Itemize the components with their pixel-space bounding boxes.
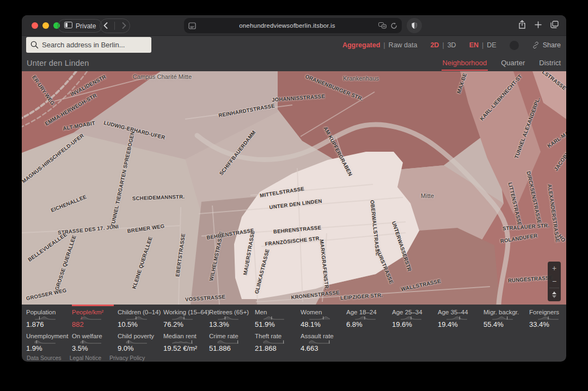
footer-link-privacy-policy[interactable]: Privacy Policy (109, 355, 145, 361)
stat-cell-age-35-44[interactable]: Age 35–4419.4% (438, 305, 480, 328)
tab-overview-icon[interactable] (550, 21, 559, 30)
tab-quarter[interactable]: Quarter (501, 54, 525, 71)
stat-label: Theft rate (255, 333, 297, 340)
translate-icon[interactable] (378, 22, 387, 29)
stat-label: Age 18–24 (346, 309, 388, 316)
share-label: Share (543, 41, 561, 49)
language-toggle: EN | DE (469, 41, 497, 49)
browser-window: Private onehundredviewsofberlin.itsbor.i… (22, 15, 566, 362)
map-street-label: WALLSTRASSE (400, 278, 441, 292)
nav-buttons (100, 18, 130, 33)
back-button[interactable] (103, 21, 108, 31)
stat-cell-theft-rate[interactable]: Theft rate21.868 (255, 328, 297, 352)
tab-district[interactable]: District (539, 54, 561, 71)
stat-sparkline (118, 316, 156, 320)
footer-link-legal-notice[interactable]: Legal Notice (70, 355, 101, 361)
stat-cell-median-rent[interactable]: Median rent19.52 €/m² (163, 328, 205, 352)
stat-cell-retirees-65[interactable]: Retirees (65+)13.3% (209, 305, 251, 328)
stat-label: People/km² (72, 309, 114, 316)
stat-cell-migr-backgr[interactable]: Migr. backgr.55.4% (483, 305, 525, 328)
stat-label: Migr. backgr. (483, 309, 525, 316)
2d-option[interactable]: 2D (430, 41, 439, 49)
level-tabs: Neighborhood Quarter District (443, 54, 561, 71)
tab-neighborhood[interactable]: Neighborhood (443, 54, 487, 71)
url-bar[interactable]: onehundredviewsofberlin.itsbor.is (184, 18, 402, 33)
map-street-label: BEHRENSTRASSE (206, 227, 255, 241)
map-street-label: STRALAUER STR. (503, 222, 550, 232)
link-icon (532, 41, 540, 49)
browser-titlebar: Private onehundredviewsofberlin.itsbor.i… (22, 15, 566, 36)
map-street-label: REINHARDTSTRASSE (218, 102, 275, 118)
zoom-out-button[interactable]: − (548, 275, 561, 288)
stat-value: 48.1% (301, 320, 342, 328)
english-option[interactable]: EN (469, 41, 479, 49)
map-street-label: BEHRENSTRASSE (273, 225, 322, 235)
stat-label: Crime rate (209, 333, 251, 340)
map-street-label: MITTELSTRASSE (259, 185, 304, 198)
stat-value: 3.5% (72, 344, 114, 352)
zoom-in-button[interactable]: + (548, 262, 561, 275)
map-street-label: FRANZÖSISCHE STR. (265, 235, 321, 247)
stat-label: Children (0–14) (118, 309, 160, 316)
url-text: onehundredviewsofberlin.itsbor.is (196, 22, 378, 29)
raw-data-option[interactable]: Raw data (389, 41, 418, 49)
stat-cell-children-0-14[interactable]: Children (0–14)10.5% (118, 305, 160, 328)
german-option[interactable]: DE (487, 41, 496, 49)
stat-cell-women[interactable]: Women48.1% (301, 305, 342, 328)
stat-sparkline (255, 316, 293, 320)
circle-toggle-button[interactable] (510, 41, 519, 50)
aggregated-option[interactable]: Aggregated (342, 41, 380, 49)
stat-value: 882 (72, 320, 114, 328)
map-street-label: OBERWALLSTRASSE (369, 200, 381, 256)
stat-sparkline (301, 316, 339, 320)
stats-row-social: Unemployment1.9%On welfare3.5%Child pove… (22, 328, 566, 352)
minimize-window-button[interactable] (42, 22, 49, 29)
share-page-icon[interactable] (518, 20, 526, 31)
search-field[interactable] (26, 37, 151, 53)
stat-cell-crime-rate[interactable]: Crime rate51.886 (209, 328, 251, 352)
sidebar-icon (64, 22, 72, 30)
toggle-separator: | (482, 41, 483, 49)
stat-cell-men[interactable]: Men51.9% (255, 305, 297, 328)
stat-cell-assault-rate[interactable]: Assault rate4.663 (301, 328, 342, 352)
share-button[interactable]: Share (532, 41, 561, 49)
map-street-label: ALEXANDERSTRASSE (547, 184, 561, 243)
reader-icon[interactable] (188, 22, 196, 29)
close-window-button[interactable] (32, 22, 38, 29)
map-street-label: LSTRASSE (541, 71, 566, 91)
stat-label: Age 25–34 (392, 309, 434, 316)
stat-cell-age-18-24[interactable]: Age 18–246.8% (346, 305, 388, 328)
stat-cell-age-25-34[interactable]: Age 25–3419.6% (392, 305, 434, 328)
map-canvas[interactable]: Campus Charité MitteKrankenhausMitteINVA… (22, 71, 566, 305)
stat-label: Retirees (65+) (209, 309, 251, 316)
stat-cell-child-poverty[interactable]: Child poverty9.0% (118, 328, 160, 352)
map-street-label: LITTENSTRASSE (507, 182, 523, 226)
stat-value: 33.4% (529, 320, 566, 328)
stat-value: 51.9% (255, 320, 297, 328)
new-tab-icon[interactable] (535, 21, 542, 30)
private-badge[interactable]: Private (58, 19, 102, 33)
map-street-label: MARKGRAFENSTR. (319, 239, 330, 290)
search-input[interactable] (26, 37, 151, 53)
map-street-label: VOSSSTRASSE (185, 294, 226, 302)
stat-cell-on-welfare[interactable]: On welfare3.5% (72, 328, 114, 352)
stat-cell-foreigners[interactable]: Foreigners33.4% (529, 305, 566, 328)
stat-cell-unemployment[interactable]: Unemployment1.9% (26, 328, 68, 352)
stat-value: 19.6% (392, 320, 434, 328)
reload-icon[interactable] (390, 22, 397, 29)
forward-button[interactable] (122, 21, 126, 31)
tilt-control-icon[interactable] (548, 288, 561, 301)
map-street-label: TUNNEL ALEXANDERPL. (513, 96, 541, 159)
map-street-label: MAGNUS-HIRSCHFELD-UFER (22, 132, 85, 184)
stat-sparkline (392, 316, 430, 320)
map-street-label: SCHIFFBAUERDAMM (218, 129, 256, 177)
privacy-shield-button[interactable] (407, 18, 422, 33)
stat-cell-population[interactable]: Population1.876 (26, 305, 68, 328)
stat-sparkline (529, 316, 566, 320)
stat-cell-people-km2[interactable]: People/km²882 (72, 305, 114, 328)
3d-option[interactable]: 3D (448, 41, 456, 49)
stat-cell-working-15-64[interactable]: Working (15–64)76.2% (163, 305, 205, 328)
stat-value: 1.9% (26, 344, 68, 352)
map-street-label: AM KUPFERGRABEN (322, 126, 353, 177)
footer-link-data-sources[interactable]: Data Sources (27, 355, 62, 361)
